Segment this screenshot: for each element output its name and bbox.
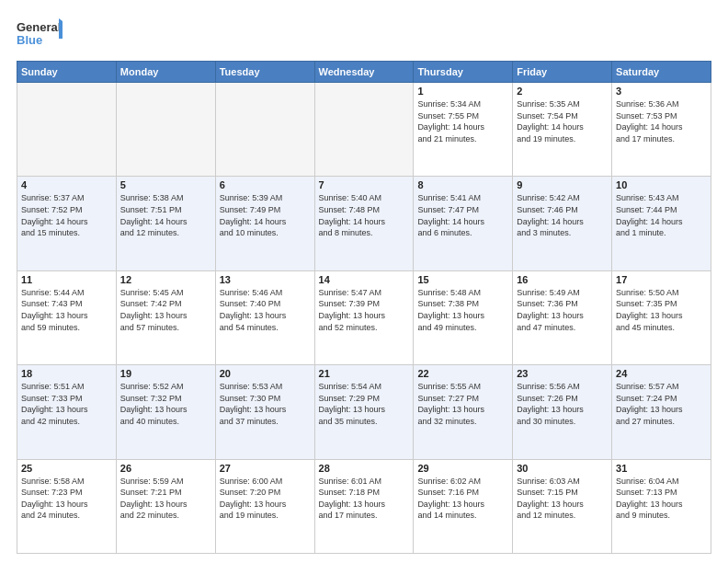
col-header-tuesday: Tuesday [215, 62, 314, 83]
day-number: 22 [417, 368, 508, 379]
day-cell: 18Sunrise: 5:51 AM Sunset: 7:33 PM Dayli… [17, 365, 117, 459]
day-cell: 24Sunrise: 5:57 AM Sunset: 7:24 PM Dayli… [612, 365, 711, 459]
week-row-3: 11Sunrise: 5:44 AM Sunset: 7:43 PM Dayli… [17, 270, 711, 364]
day-cell: 12Sunrise: 5:45 AM Sunset: 7:42 PM Dayli… [116, 270, 215, 364]
calendar-table: SundayMondayTuesdayWednesdayThursdayFrid… [17, 61, 711, 554]
day-cell: 8Sunrise: 5:41 AM Sunset: 7:47 PM Daylig… [414, 177, 513, 270]
day-number: 19 [120, 368, 211, 379]
day-number: 18 [21, 368, 112, 379]
day-info: Sunrise: 6:03 AM Sunset: 7:15 PM Dayligh… [517, 476, 608, 522]
day-number: 29 [417, 463, 508, 474]
col-header-saturday: Saturday [612, 62, 711, 83]
day-info: Sunrise: 5:48 AM Sunset: 7:38 PM Dayligh… [417, 287, 508, 333]
day-number: 3 [616, 86, 707, 97]
day-cell: 13Sunrise: 5:46 AM Sunset: 7:40 PM Dayli… [215, 270, 314, 364]
day-info: Sunrise: 5:38 AM Sunset: 7:51 PM Dayligh… [120, 192, 211, 238]
day-cell [17, 83, 117, 177]
week-row-5: 25Sunrise: 5:58 AM Sunset: 7:23 PM Dayli… [17, 459, 711, 553]
day-cell: 17Sunrise: 5:50 AM Sunset: 7:35 PM Dayli… [612, 270, 711, 364]
day-cell: 14Sunrise: 5:47 AM Sunset: 7:39 PM Dayli… [314, 270, 414, 364]
day-info: Sunrise: 5:35 AM Sunset: 7:54 PM Dayligh… [517, 98, 608, 144]
day-info: Sunrise: 5:53 AM Sunset: 7:30 PM Dayligh… [220, 381, 311, 427]
day-number: 6 [220, 179, 311, 190]
day-number: 10 [616, 179, 707, 190]
day-cell: 10Sunrise: 5:43 AM Sunset: 7:44 PM Dayli… [612, 177, 711, 270]
day-cell: 30Sunrise: 6:03 AM Sunset: 7:15 PM Dayli… [513, 459, 612, 553]
day-info: Sunrise: 5:55 AM Sunset: 7:27 PM Dayligh… [417, 381, 508, 427]
calendar-header-row: SundayMondayTuesdayWednesdayThursdayFrid… [17, 62, 711, 83]
day-info: Sunrise: 5:49 AM Sunset: 7:36 PM Dayligh… [517, 287, 608, 333]
day-cell: 3Sunrise: 5:36 AM Sunset: 7:53 PM Daylig… [612, 83, 711, 177]
day-info: Sunrise: 5:45 AM Sunset: 7:42 PM Dayligh… [120, 287, 211, 333]
day-info: Sunrise: 5:58 AM Sunset: 7:23 PM Dayligh… [21, 476, 112, 522]
day-info: Sunrise: 6:01 AM Sunset: 7:18 PM Dayligh… [319, 476, 410, 522]
day-cell: 1Sunrise: 5:34 AM Sunset: 7:55 PM Daylig… [414, 83, 513, 177]
day-cell: 2Sunrise: 5:35 AM Sunset: 7:54 PM Daylig… [513, 83, 612, 177]
day-cell: 26Sunrise: 5:59 AM Sunset: 7:21 PM Dayli… [116, 459, 215, 553]
day-cell: 25Sunrise: 5:58 AM Sunset: 7:23 PM Dayli… [17, 459, 117, 553]
day-number: 11 [21, 274, 112, 285]
header: General Blue [17, 17, 711, 53]
day-info: Sunrise: 5:50 AM Sunset: 7:35 PM Dayligh… [616, 287, 707, 333]
day-cell: 23Sunrise: 5:56 AM Sunset: 7:26 PM Dayli… [513, 365, 612, 459]
day-number: 24 [616, 368, 707, 379]
day-info: Sunrise: 5:41 AM Sunset: 7:47 PM Dayligh… [417, 192, 508, 238]
logo-svg: General Blue [17, 17, 63, 53]
day-number: 20 [220, 368, 311, 379]
day-number: 1 [417, 86, 508, 97]
day-number: 4 [21, 179, 112, 190]
day-info: Sunrise: 5:43 AM Sunset: 7:44 PM Dayligh… [616, 192, 707, 238]
day-cell [215, 83, 314, 177]
day-cell: 22Sunrise: 5:55 AM Sunset: 7:27 PM Dayli… [414, 365, 513, 459]
col-header-wednesday: Wednesday [314, 62, 414, 83]
day-info: Sunrise: 5:51 AM Sunset: 7:33 PM Dayligh… [21, 381, 112, 427]
col-header-monday: Monday [116, 62, 215, 83]
day-number: 16 [517, 274, 608, 285]
day-cell [116, 83, 215, 177]
day-cell: 31Sunrise: 6:04 AM Sunset: 7:13 PM Dayli… [612, 459, 711, 553]
day-info: Sunrise: 6:02 AM Sunset: 7:16 PM Dayligh… [417, 476, 508, 522]
day-number: 30 [517, 463, 608, 474]
week-row-1: 1Sunrise: 5:34 AM Sunset: 7:55 PM Daylig… [17, 83, 711, 177]
day-info: Sunrise: 5:37 AM Sunset: 7:52 PM Dayligh… [21, 192, 112, 238]
day-cell: 11Sunrise: 5:44 AM Sunset: 7:43 PM Dayli… [17, 270, 117, 364]
day-info: Sunrise: 5:40 AM Sunset: 7:48 PM Dayligh… [319, 192, 410, 238]
day-number: 25 [21, 463, 112, 474]
day-info: Sunrise: 6:00 AM Sunset: 7:20 PM Dayligh… [220, 476, 311, 522]
page: General Blue SundayMondayTuesdayWednesda… [0, 0, 728, 563]
day-cell: 27Sunrise: 6:00 AM Sunset: 7:20 PM Dayli… [215, 459, 314, 553]
day-info: Sunrise: 5:44 AM Sunset: 7:43 PM Dayligh… [21, 287, 112, 333]
day-cell [314, 83, 414, 177]
day-info: Sunrise: 5:52 AM Sunset: 7:32 PM Dayligh… [120, 381, 211, 427]
day-number: 13 [220, 274, 311, 285]
day-number: 12 [120, 274, 211, 285]
day-info: Sunrise: 5:47 AM Sunset: 7:39 PM Dayligh… [319, 287, 410, 333]
day-cell: 7Sunrise: 5:40 AM Sunset: 7:48 PM Daylig… [314, 177, 414, 270]
week-row-2: 4Sunrise: 5:37 AM Sunset: 7:52 PM Daylig… [17, 177, 711, 270]
day-info: Sunrise: 5:46 AM Sunset: 7:40 PM Dayligh… [220, 287, 311, 333]
day-cell: 5Sunrise: 5:38 AM Sunset: 7:51 PM Daylig… [116, 177, 215, 270]
day-info: Sunrise: 5:56 AM Sunset: 7:26 PM Dayligh… [517, 381, 608, 427]
day-number: 5 [120, 179, 211, 190]
col-header-sunday: Sunday [17, 62, 117, 83]
day-cell: 19Sunrise: 5:52 AM Sunset: 7:32 PM Dayli… [116, 365, 215, 459]
day-cell: 28Sunrise: 6:01 AM Sunset: 7:18 PM Dayli… [314, 459, 414, 553]
day-number: 15 [417, 274, 508, 285]
day-info: Sunrise: 5:39 AM Sunset: 7:49 PM Dayligh… [220, 192, 311, 238]
day-cell: 15Sunrise: 5:48 AM Sunset: 7:38 PM Dayli… [414, 270, 513, 364]
svg-text:General: General [17, 20, 61, 34]
col-header-thursday: Thursday [414, 62, 513, 83]
day-info: Sunrise: 5:57 AM Sunset: 7:24 PM Dayligh… [616, 381, 707, 427]
day-info: Sunrise: 5:42 AM Sunset: 7:46 PM Dayligh… [517, 192, 608, 238]
day-number: 7 [319, 179, 410, 190]
day-cell: 21Sunrise: 5:54 AM Sunset: 7:29 PM Dayli… [314, 365, 414, 459]
day-info: Sunrise: 6:04 AM Sunset: 7:13 PM Dayligh… [616, 476, 707, 522]
day-number: 23 [517, 368, 608, 379]
day-number: 31 [616, 463, 707, 474]
logo: General Blue [17, 17, 63, 53]
svg-marker-2 [59, 18, 63, 39]
day-cell: 29Sunrise: 6:02 AM Sunset: 7:16 PM Dayli… [414, 459, 513, 553]
day-number: 28 [319, 463, 410, 474]
day-info: Sunrise: 5:59 AM Sunset: 7:21 PM Dayligh… [120, 476, 211, 522]
day-info: Sunrise: 5:54 AM Sunset: 7:29 PM Dayligh… [319, 381, 410, 427]
